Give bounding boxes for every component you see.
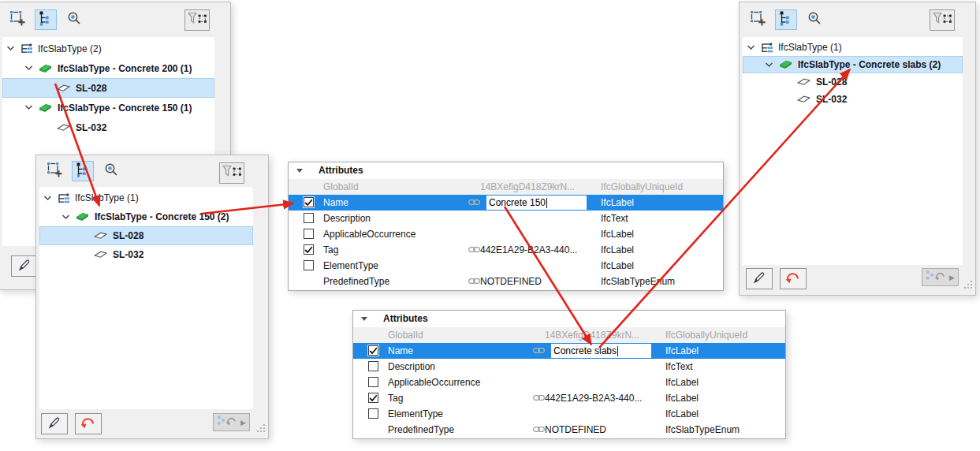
chevron-down-icon[interactable] — [747, 45, 755, 50]
chevron-down-icon[interactable] — [24, 65, 33, 71]
checkbox-unchecked[interactable] — [368, 408, 378, 419]
chevron-down-icon[interactable] — [43, 196, 52, 201]
add-to-selection-icon — [46, 161, 63, 181]
tree-item-ifcslabtype-root[interactable]: IfcSlabType (1) — [743, 39, 963, 56]
ifc-tree-palette-2: IfcSlabType (1) IfcSlabType - Concrete 1… — [35, 155, 269, 439]
attribute-value: 442E1A29-B2A3-440... — [545, 393, 642, 404]
chevron-down-icon[interactable] — [61, 214, 70, 220]
checkbox-unchecked[interactable] — [304, 260, 314, 270]
field-text: Concrete slabs — [553, 345, 617, 356]
attribute-row-tag[interactable]: Tag 442E1A29-B2A3-440... IfcLabel — [289, 242, 723, 258]
attribute-row-tag[interactable]: Tag 442E1A29-B2A3-440... IfcLabel — [353, 390, 785, 406]
attribute-row-elementtype[interactable]: ElementType IfcLabel — [289, 258, 723, 274]
edit-button[interactable] — [746, 268, 773, 289]
filter-selection-button[interactable] — [219, 162, 244, 184]
edit-button[interactable] — [41, 413, 68, 434]
resize-grip[interactable] — [964, 278, 973, 293]
search-button[interactable] — [803, 9, 825, 30]
attributes-title: Attributes — [319, 165, 363, 176]
attribute-value: 14BXefigD418Z9krN... — [545, 330, 639, 341]
attribute-row-applicableoccurrence[interactable]: ApplicableOccurrence IfcLabel — [289, 226, 723, 242]
attribute-type: IfcSlabTypeEnum — [601, 276, 675, 287]
checkbox-checked[interactable] — [304, 197, 314, 207]
checkbox-checked[interactable] — [304, 244, 314, 255]
sync-button: ▶ — [213, 413, 250, 431]
tree-item-label: IfcSlabType (2) — [38, 43, 102, 54]
filter-selection-button[interactable] — [930, 9, 955, 31]
tree-view-button[interactable] — [775, 9, 797, 30]
search-button[interactable] — [100, 161, 122, 181]
tree-item-label: SL-028 — [113, 230, 143, 241]
name-edit-field[interactable]: Concrete slabs — [551, 344, 651, 358]
attribute-row-name[interactable]: Name Concrete slabs IfcLabel — [353, 343, 785, 359]
sync-disabled-icon — [217, 414, 239, 430]
checkbox-unchecked[interactable] — [368, 377, 378, 387]
tree-item-label: SL-032 — [76, 122, 106, 133]
tree-item-concrete-200[interactable]: IfcSlabType - Concrete 200 (1) — [2, 58, 214, 78]
undo-button[interactable] — [75, 413, 102, 434]
filter-selection-button[interactable] — [184, 9, 210, 31]
tree-item-concrete-slabs[interactable]: IfcSlabType - Concrete slabs (2) — [743, 56, 963, 73]
attribute-row-predefinedtype[interactable]: PredefinedType NOTDEFINED IfcSlabTypeEnu… — [353, 422, 785, 438]
tree-item-sl-028[interactable]: SL-028 — [743, 73, 963, 91]
attribute-type: IfcGloballyUniqueId — [665, 330, 747, 341]
attribute-row-globalid[interactable]: GlobalId 14BXefigD418Z9krN... IfcGloball… — [353, 327, 785, 343]
chevron-down-icon[interactable] — [765, 62, 773, 68]
attribute-name: Name — [388, 345, 413, 356]
tree-item-ifcslabtype-root[interactable]: IfcSlabType (1) — [39, 188, 253, 207]
undo-icon — [80, 416, 97, 432]
search-button[interactable] — [63, 9, 85, 30]
attributes-panel-2: Attributes GlobalId 14BXefigD418Z9krN...… — [352, 310, 786, 439]
tree-view-button[interactable] — [35, 9, 57, 30]
tree-item-ifcslabtype-root[interactable]: IfcSlabType (2) — [2, 39, 214, 58]
collapse-triangle-icon[interactable] — [296, 169, 303, 173]
attribute-row-description[interactable]: Description IfcText — [289, 211, 723, 226]
add-to-selection-icon — [749, 9, 766, 30]
tree-item-sl-028[interactable]: SL-028 — [2, 78, 214, 98]
checkbox-unchecked[interactable] — [304, 213, 314, 223]
attribute-name: PredefinedType — [388, 424, 454, 435]
attribute-row-name[interactable]: Name Concrete 150 IfcLabel — [289, 195, 723, 211]
add-to-selection-button[interactable] — [6, 9, 28, 30]
tree-item-label: IfcSlabType - Concrete 150 (2) — [95, 211, 229, 222]
tree-item-sl-028[interactable]: SL-028 — [39, 226, 253, 245]
tree-item-sl-032[interactable]: SL-032 — [2, 117, 214, 137]
attribute-name: GlobalId — [388, 330, 423, 341]
add-to-selection-button[interactable] — [747, 9, 769, 30]
flyout-arrow-icon: ▶ — [949, 274, 955, 281]
attribute-type: IfcText — [601, 213, 628, 224]
tree-item-concrete-150[interactable]: IfcSlabType - Concrete 150 (2) — [39, 207, 253, 226]
tree-item-sl-032[interactable]: SL-032 — [39, 245, 253, 264]
tree-item-sl-032[interactable]: SL-032 — [743, 91, 963, 108]
collapse-triangle-icon[interactable] — [361, 317, 367, 321]
search-icon — [807, 10, 822, 29]
attributes-header[interactable]: Attributes — [289, 162, 723, 179]
attribute-row-applicableoccurrence[interactable]: ApplicableOccurrence IfcLabel — [353, 375, 785, 390]
undo-button[interactable] — [780, 268, 807, 289]
checkbox-unchecked[interactable] — [368, 361, 378, 371]
tree-item-label: IfcSlabType - Concrete 200 (1) — [58, 63, 192, 74]
search-icon — [66, 10, 82, 29]
checkbox-checked[interactable] — [368, 345, 378, 356]
tree-item-concrete-150[interactable]: IfcSlabType - Concrete 150 (1) — [2, 98, 214, 117]
checkbox-unchecked[interactable] — [304, 229, 314, 239]
attribute-row-description[interactable]: Description IfcText — [353, 359, 785, 375]
attribute-row-elementtype[interactable]: ElementType IfcLabel — [353, 406, 785, 422]
name-edit-field[interactable]: Concrete 150 — [486, 196, 587, 210]
chevron-down-icon[interactable] — [24, 105, 33, 110]
add-to-selection-button[interactable] — [43, 161, 65, 181]
attribute-row-globalid[interactable]: GlobalId 14BXefigD418Z9krN... IfcGloball… — [289, 179, 723, 195]
resize-grip[interactable] — [257, 422, 266, 436]
edit-button[interactable] — [11, 255, 38, 277]
tree-view-button[interactable] — [72, 161, 94, 181]
filter-selection-icon — [188, 12, 207, 28]
attribute-name: Description — [323, 213, 371, 224]
tree-root-icon — [20, 43, 32, 54]
attributes-header[interactable]: Attributes — [353, 311, 785, 327]
checkbox-checked[interactable] — [368, 393, 378, 403]
attribute-row-predefinedtype[interactable]: PredefinedType NOTDEFINED IfcSlabTypeEnu… — [289, 274, 723, 289]
chevron-down-icon[interactable] — [6, 46, 15, 51]
tree-item-label: SL-032 — [113, 249, 143, 260]
palette-footer: ▶ — [36, 409, 268, 438]
tree-item-label: SL-028 — [816, 76, 847, 88]
